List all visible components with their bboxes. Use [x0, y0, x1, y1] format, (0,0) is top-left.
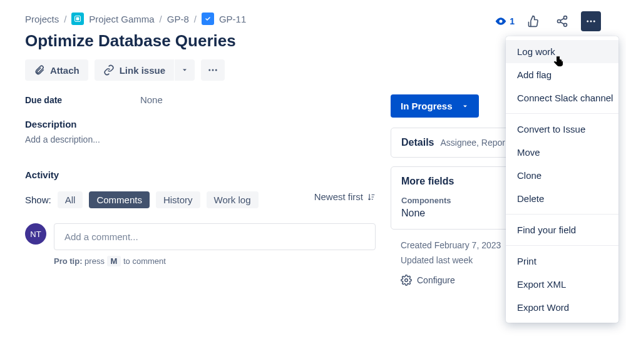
breadcrumb-separator: / — [160, 14, 162, 24]
keyboard-key: M — [107, 256, 121, 266]
menu-clone[interactable]: Clone — [506, 164, 618, 187]
sort-toggle[interactable]: Newest first — [314, 191, 376, 202]
more-issue-actions[interactable] — [201, 59, 225, 81]
svg-point-4 — [558, 20, 561, 23]
like-button[interactable] — [523, 11, 543, 31]
more-actions-button[interactable] — [581, 11, 601, 31]
due-date-value: None — [140, 94, 163, 105]
svg-point-8 — [593, 21, 595, 23]
menu-find-field[interactable]: Find your field — [506, 218, 618, 241]
menu-add-flag[interactable]: Add flag — [506, 63, 618, 86]
breadcrumb-issue[interactable]: GP-11 — [219, 14, 246, 24]
tab-comments[interactable]: Comments — [89, 191, 150, 208]
configure-label: Configure — [417, 275, 455, 285]
menu-export-word[interactable]: Export Word — [506, 296, 618, 319]
description-section: Description Add a description... — [25, 119, 376, 144]
svg-point-11 — [215, 69, 217, 71]
menu-print[interactable]: Print — [506, 250, 618, 273]
svg-point-5 — [564, 23, 567, 26]
project-avatar-icon — [71, 13, 84, 25]
svg-point-6 — [587, 21, 588, 23]
attach-button[interactable]: Attach — [25, 59, 88, 81]
tab-history[interactable]: History — [156, 191, 200, 208]
menu-export-xml[interactable]: Export XML — [506, 273, 618, 296]
more-fields-title: More fields — [401, 176, 454, 187]
sort-label: Newest first — [314, 191, 363, 202]
svg-point-10 — [212, 69, 214, 71]
link-issue-button[interactable]: Link issue — [95, 59, 174, 81]
breadcrumb-separator: / — [194, 14, 197, 24]
menu-divider — [506, 245, 618, 246]
user-avatar: NT — [25, 223, 46, 245]
attach-label: Attach — [50, 65, 80, 76]
svg-rect-1 — [76, 18, 80, 21]
watch-button[interactable]: 1 — [495, 15, 515, 28]
link-issue-dropdown[interactable] — [175, 59, 195, 81]
link-issue-label: Link issue — [120, 65, 165, 76]
status-dropdown[interactable]: In Progress — [391, 94, 479, 118]
breadcrumb-parent[interactable]: GP-8 — [167, 14, 189, 24]
menu-connect-slack[interactable]: Connect Slack channel — [506, 86, 618, 109]
status-label: In Progress — [401, 101, 453, 111]
breadcrumb-separator: / — [64, 14, 66, 24]
menu-divider — [506, 113, 618, 114]
breadcrumb-projects[interactable]: Projects — [25, 14, 59, 24]
description-placeholder[interactable]: Add a description... — [25, 134, 376, 144]
svg-point-2 — [500, 20, 503, 23]
share-button[interactable] — [552, 11, 572, 31]
menu-log-work[interactable]: Log work — [506, 40, 618, 63]
due-date-label: Due date — [25, 95, 138, 105]
pro-tip: Pro tip: press M to comment — [54, 256, 376, 266]
activity-filter-row: Show: All Comments History Work log — [25, 191, 259, 208]
issue-type-icon — [202, 13, 214, 25]
main-content: Due date None Description Add a descript… — [25, 94, 376, 286]
description-heading: Description — [25, 119, 376, 129]
svg-point-7 — [590, 21, 592, 23]
top-actions: 1 — [495, 11, 601, 31]
details-hint: Assignee, Repor — [440, 138, 505, 148]
show-label: Show: — [25, 195, 51, 205]
comment-input[interactable]: Add a comment... — [54, 223, 376, 250]
menu-move[interactable]: Move — [506, 141, 618, 164]
more-actions-menu: Log work Add flag Connect Slack channel … — [506, 36, 618, 323]
svg-point-12 — [405, 278, 408, 281]
watch-count: 1 — [510, 16, 515, 26]
menu-delete[interactable]: Delete — [506, 187, 618, 210]
menu-convert[interactable]: Convert to Issue — [506, 118, 618, 141]
pro-tip-prefix: Pro tip: — [54, 256, 83, 266]
add-comment-row: NT Add a comment... — [25, 223, 376, 250]
svg-point-3 — [564, 16, 567, 19]
tab-worklog[interactable]: Work log — [207, 191, 259, 208]
activity-heading: Activity — [25, 169, 376, 180]
due-date-field[interactable]: Due date None — [25, 94, 376, 105]
menu-divider — [506, 214, 618, 215]
svg-point-9 — [208, 69, 210, 71]
activity-section: Activity Show: All Comments History Work… — [25, 169, 376, 266]
tab-all[interactable]: All — [58, 191, 83, 208]
breadcrumb-project[interactable]: Project Gamma — [89, 14, 154, 24]
details-title: Details — [401, 137, 434, 148]
